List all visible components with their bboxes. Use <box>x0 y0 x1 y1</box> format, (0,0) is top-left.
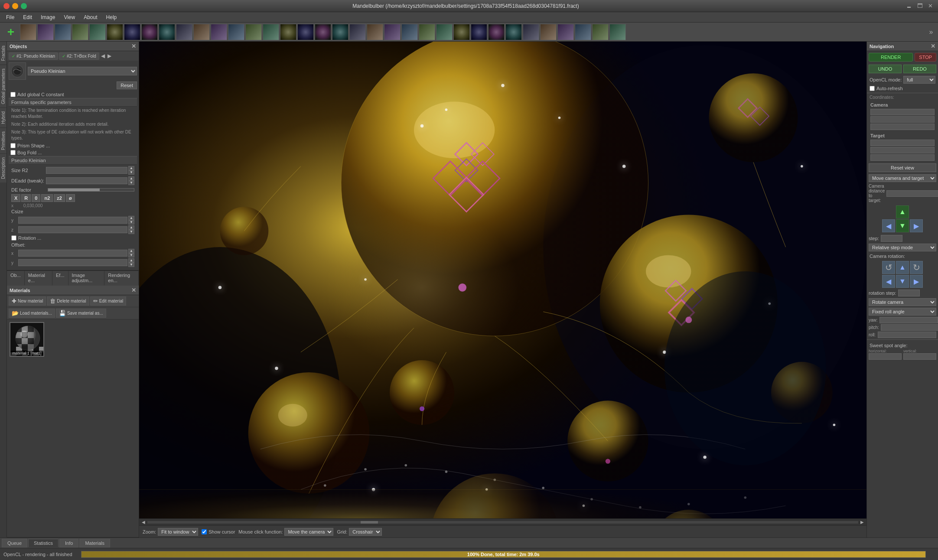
sweetspot-horiz-input[interactable]: 0,00 <box>869 353 902 360</box>
csize-y-up-icon[interactable]: ▲ <box>128 216 134 220</box>
cam-y-input[interactable]: 1,48409942825363 <box>870 116 935 123</box>
rot-cw-icon[interactable]: ↻ <box>910 261 923 274</box>
tgt-z-input[interactable]: -1,39824486599530 1 <box>870 154 935 161</box>
offset-y-input[interactable]: 0,000000 <box>18 259 127 266</box>
csize-z-down-icon[interactable]: ▼ <box>128 230 134 234</box>
lbtab-ef[interactable]: Ef... <box>52 271 68 286</box>
formula-btn-r[interactable]: R <box>21 194 31 202</box>
thumb-18[interactable] <box>315 24 331 40</box>
viewport-hscroll[interactable]: ◀ ▶ <box>139 518 866 525</box>
size-r2-input[interactable]: 0,500000 <box>46 167 127 174</box>
thumb-27[interactable] <box>471 24 487 40</box>
lbtab-image-adj[interactable]: Image adjustm... <box>68 271 105 286</box>
thumb-8[interactable] <box>141 24 158 40</box>
rotate-cam-select[interactable]: Rotate camera <box>869 298 936 306</box>
thumb-16[interactable] <box>280 24 296 40</box>
window-expand-icon[interactable]: 🗖 <box>915 3 925 9</box>
offset-y-down-icon[interactable]: ▼ <box>128 263 134 267</box>
offset-y-up-icon[interactable]: ▲ <box>128 258 134 263</box>
thumb-9[interactable] <box>159 24 175 40</box>
thumb-21[interactable] <box>367 24 383 40</box>
navigation-close-icon[interactable]: ✕ <box>931 43 935 49</box>
vtab-primitives[interactable]: Primitives <box>0 127 7 153</box>
rot-down-button[interactable]: ▼ <box>896 275 909 288</box>
lbtab-ob[interactable]: Ob... <box>7 271 25 286</box>
edit-material-button[interactable]: ✏ Edit material <box>90 296 127 306</box>
formula-btn-n2[interactable]: n2 <box>41 194 53 202</box>
thumb-11[interactable] <box>193 24 210 40</box>
deadd-up-icon[interactable]: ▲ <box>128 176 134 181</box>
thumb-23[interactable] <box>401 24 418 40</box>
objects-nav-right-icon[interactable]: ▶ <box>107 52 112 60</box>
menu-image[interactable]: Image <box>36 13 59 21</box>
size-r2-up-icon[interactable]: ▲ <box>128 166 134 170</box>
thumb-7[interactable] <box>124 24 140 40</box>
viewport[interactable]: ◀ ▶ <box>139 42 866 525</box>
thumb-22[interactable] <box>384 24 401 40</box>
thumb-35[interactable] <box>609 24 626 40</box>
materials-close-icon[interactable]: ✕ <box>131 287 136 293</box>
formula-btn-special[interactable]: ø <box>66 194 75 202</box>
load-materials-button[interactable]: 📂 Load materials... <box>9 309 55 318</box>
thumb-29[interactable] <box>505 24 522 40</box>
menu-view[interactable]: View <box>59 13 79 21</box>
thumb-12[interactable] <box>211 24 227 40</box>
btab-statistics[interactable]: Statistics <box>28 539 59 547</box>
thumb-31[interactable] <box>540 24 557 40</box>
object-tab-1[interactable]: ✓ #1: Pseudo Kleinian <box>9 52 58 60</box>
nav-arrow-down-button[interactable]: ▼ <box>896 219 909 232</box>
reset-button[interactable]: Reset <box>117 81 137 89</box>
hscroll-track[interactable] <box>147 521 859 524</box>
thumb-15[interactable] <box>263 24 279 40</box>
rot-up-button[interactable]: ▲ <box>896 261 909 274</box>
tgt-y-input[interactable]: 1,48312667055695 2 <box>870 147 935 153</box>
menu-about[interactable]: About <box>79 13 101 21</box>
objects-close-icon[interactable]: ✕ <box>131 43 136 49</box>
cam-x-input[interactable]: 5,55709284734602 <box>870 109 935 115</box>
thumb-5[interactable] <box>89 24 106 40</box>
thumb-34[interactable] <box>592 24 609 40</box>
btab-materials[interactable]: Materials <box>79 539 110 547</box>
cam-z-input[interactable]: -1,39841787076319 9 <box>870 124 935 130</box>
offset-x-up-icon[interactable]: ▲ <box>128 249 134 253</box>
nav-arrow-right-button[interactable]: ▶ <box>910 219 923 232</box>
csize-y-down-icon[interactable]: ▼ <box>128 220 134 225</box>
hscroll-left-icon[interactable]: ◀ <box>140 520 147 524</box>
roll-input[interactable]: 0 <box>878 332 936 338</box>
show-cursor-checkbox[interactable] <box>202 529 207 534</box>
menu-file[interactable]: File <box>2 13 19 21</box>
formula-btn-z2[interactable]: z2 <box>54 194 65 202</box>
stop-button[interactable]: STOP <box>915 53 936 62</box>
rot-ccw-icon[interactable]: ↺ <box>882 261 895 274</box>
menu-edit[interactable]: Edit <box>19 13 36 21</box>
material-1-preview[interactable]: material 1 [mat1] <box>10 322 44 357</box>
thumb-24[interactable] <box>419 24 435 40</box>
offset-x-down-icon[interactable]: ▼ <box>128 253 134 257</box>
step-input[interactable]: 0,5 <box>881 235 902 242</box>
thumb-10[interactable] <box>176 24 192 40</box>
thumb-2[interactable] <box>37 24 54 40</box>
delete-material-button[interactable]: 🗑 Delete material <box>47 296 89 306</box>
vtab-hybrid[interactable]: Hybrid <box>0 107 7 127</box>
undo-button[interactable]: UNDO <box>869 65 902 73</box>
mouse-click-select[interactable]: Move the camera <box>284 528 333 536</box>
object-tab-2[interactable]: ✓ #2: T>Box Fold <box>59 52 99 60</box>
render-button[interactable]: RENDER <box>869 53 913 62</box>
window-close-icon[interactable]: ✕ <box>926 3 935 9</box>
sweetspot-vert-input[interactable]: 0,00 <box>903 353 936 360</box>
fixed-roll-select[interactable]: Fixed roll angle <box>869 308 936 316</box>
formula-btn-x[interactable]: X <box>11 194 20 202</box>
thumb-3[interactable] <box>55 24 71 40</box>
window-size-down-icon[interactable]: 🗕 <box>905 3 914 9</box>
hscroll-thumb[interactable] <box>361 521 378 524</box>
save-material-button[interactable]: 💾 Save material as... <box>56 309 106 318</box>
autorefresh-checkbox[interactable] <box>870 86 875 91</box>
rot-left-button[interactable]: ◀ <box>882 275 895 288</box>
de-factor-slider[interactable] <box>48 188 134 192</box>
pitch-input[interactable]: 4,79753081424072 <box>881 324 938 331</box>
thumb-19[interactable] <box>332 24 348 40</box>
prism-shape-checkbox[interactable] <box>10 143 16 148</box>
btab-info[interactable]: Info <box>59 539 78 547</box>
vtab-global-params[interactable]: Global parameters <box>0 65 7 107</box>
deadd-input[interactable]: 0,000000 <box>46 177 127 184</box>
